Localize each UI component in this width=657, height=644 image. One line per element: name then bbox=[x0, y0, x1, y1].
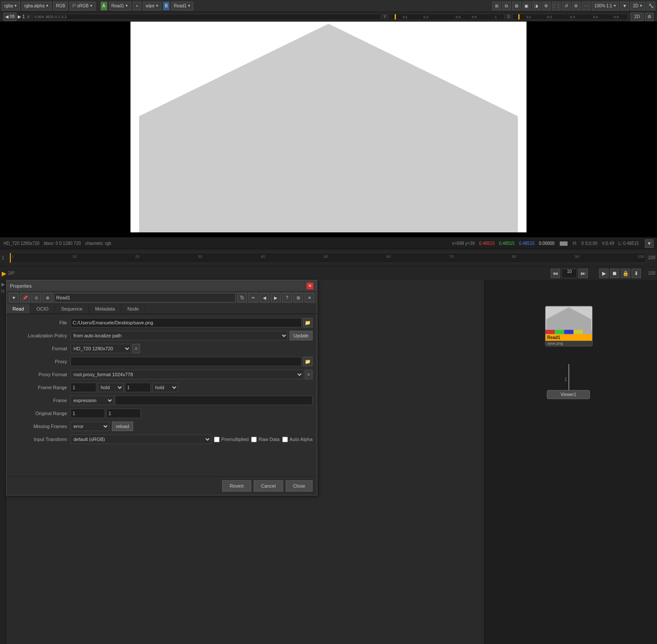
file-browse-btn[interactable]: 📁 bbox=[303, 318, 313, 327]
node-edit-btn[interactable]: ✏ bbox=[249, 293, 258, 302]
close-btn[interactable]: Close bbox=[286, 480, 313, 492]
format-select[interactable]: HD_720 1280x720 bbox=[70, 344, 131, 353]
node-help-btn[interactable]: ? bbox=[282, 293, 292, 302]
frame-range-start[interactable] bbox=[70, 383, 96, 392]
read-a-name-input[interactable]: Read1 ▼ bbox=[109, 2, 131, 10]
localization-select[interactable]: from auto-localize path bbox=[70, 331, 288, 340]
tools-icon[interactable]: ⚙ bbox=[542, 2, 551, 10]
x-ruler-section: x 0.004 3625 0.1 0.2 bbox=[27, 14, 381, 20]
zoom-display[interactable]: 100% 1:1 ▼ bbox=[592, 2, 619, 10]
premultiplied-checkbox[interactable] bbox=[214, 437, 220, 442]
proxy-format-select[interactable]: root.proxy_format 1024x778 bbox=[70, 370, 303, 379]
file-input[interactable] bbox=[70, 318, 302, 327]
node-close-btn[interactable]: ✕ bbox=[305, 293, 314, 302]
read-b-name-input[interactable]: Read1 ▼ bbox=[171, 2, 193, 10]
checker-icon[interactable]: ⊠ bbox=[512, 2, 521, 10]
play-btn[interactable]: ▶ bbox=[599, 269, 609, 278]
raw-data-checkbox[interactable] bbox=[251, 437, 257, 442]
auto-alpha-checkbox[interactable] bbox=[282, 437, 288, 442]
tab-sequence[interactable]: Sequence bbox=[55, 304, 89, 314]
close-properties-btn[interactable]: ✕ bbox=[306, 282, 313, 289]
viewer-area bbox=[0, 22, 657, 238]
svg-rect-5 bbox=[555, 330, 565, 334]
read-a-label: A bbox=[101, 2, 107, 10]
node-script-btn[interactable]: Tc bbox=[237, 293, 247, 302]
export-btn[interactable]: ⬇ bbox=[631, 269, 641, 278]
arrow-down-icon[interactable]: ▼ bbox=[620, 2, 629, 10]
wrench-icon[interactable]: 🔧 bbox=[647, 2, 655, 10]
side-arrow[interactable]: ▶ bbox=[0, 282, 6, 287]
format-equal-btn[interactable]: = bbox=[132, 344, 140, 353]
input-transform-label: Input Transform bbox=[11, 437, 67, 442]
tab-metadata[interactable]: Metadata bbox=[89, 304, 121, 314]
node-pin-btn[interactable]: 📌 bbox=[20, 293, 30, 302]
proxy-browse-btn[interactable]: 📁 bbox=[303, 357, 313, 366]
orig-start-input[interactable] bbox=[70, 409, 105, 418]
node-copy-btn[interactable]: ⊕ bbox=[43, 293, 52, 302]
playback-controls: ⏮ 10 ⏭ ▶ ⏹ 🔒 ⬇ 100 bbox=[551, 269, 655, 278]
settings-icon[interactable]: ⋮⋮ bbox=[552, 2, 561, 10]
f8-label[interactable]: ◀ f/8 bbox=[3, 13, 16, 21]
wipe-select[interactable]: wipe ▼ bbox=[143, 2, 162, 10]
status-bar: HD_720 1280x720 bbox: 0 0 1280 720 chann… bbox=[0, 238, 657, 249]
frame-label: Frame bbox=[11, 398, 67, 403]
frame-range-end[interactable] bbox=[125, 383, 151, 392]
node-clone-btn[interactable]: ⊞ bbox=[293, 293, 303, 302]
grid-icon[interactable]: ⊞ bbox=[492, 2, 501, 10]
proxy-input[interactable] bbox=[70, 357, 302, 366]
end-frame: 100 bbox=[648, 271, 655, 276]
stop-btn[interactable]: ⏹ bbox=[610, 269, 619, 278]
svg-rect-4 bbox=[545, 330, 555, 334]
next-frame-btn[interactable]: ⏭ bbox=[578, 269, 588, 278]
channel-alpha-select[interactable]: rgba.alpha ▼ bbox=[22, 2, 51, 10]
timeline-ruler[interactable]: 1 10 20 30 40 50 60 70 80 90 100 bbox=[10, 253, 646, 263]
node-dropdown-btn[interactable]: ▼ bbox=[9, 293, 19, 302]
missing-select[interactable]: error bbox=[70, 422, 109, 431]
frame-counter: 24* bbox=[8, 271, 15, 276]
cancel-btn[interactable]: Cancel bbox=[254, 480, 283, 492]
split-icon[interactable]: ⧉ bbox=[502, 2, 511, 10]
channel-rgb-select[interactable]: RGB bbox=[53, 2, 68, 10]
localization-label: Localization Policy bbox=[11, 333, 67, 338]
frame-number-input[interactable]: 10 bbox=[561, 269, 577, 278]
proxy-format-equal-btn[interactable]: = bbox=[305, 370, 313, 379]
input-transform-row: Input Transform default (sRGB) Premultip… bbox=[11, 434, 313, 444]
channels-label: channels: rgb bbox=[85, 241, 111, 246]
input-transform-select[interactable]: default (sRGB) bbox=[70, 435, 211, 444]
original-range-label: Original Range bbox=[11, 411, 67, 416]
more-icon[interactable]: ⋯ bbox=[582, 2, 590, 10]
format-label: Format bbox=[11, 346, 67, 351]
main-content: ▶ N Properties ✕ ▼ 📌 ⊙ ⊕ Tc ✏ ◀ ▶ ? bbox=[0, 280, 657, 644]
revert-btn[interactable]: Revert bbox=[222, 480, 251, 492]
node-left-btn[interactable]: ◀ bbox=[260, 293, 269, 302]
tab-node[interactable]: Node bbox=[121, 304, 145, 314]
hold1-select[interactable]: hold bbox=[98, 383, 124, 392]
viewer1-node-card[interactable]: Viewer1 bbox=[547, 390, 590, 399]
orig-end-input[interactable] bbox=[106, 409, 141, 418]
hold2-select[interactable]: hold bbox=[152, 383, 178, 392]
view-2d-btn[interactable]: 2D bbox=[631, 13, 644, 21]
reload-btn[interactable]: reload bbox=[112, 422, 133, 431]
tab-read[interactable]: Read bbox=[6, 304, 30, 314]
keyframe-icon: ▶ bbox=[2, 270, 6, 277]
frame-expression-input[interactable] bbox=[115, 396, 313, 405]
roi-icon[interactable]: ▣ bbox=[522, 2, 531, 10]
tab-ocio[interactable]: OCIO bbox=[30, 304, 55, 314]
lock-btn[interactable]: 🔒 bbox=[621, 269, 630, 278]
render-icon[interactable]: ⚙ bbox=[572, 2, 580, 10]
node-right-btn[interactable]: ▶ bbox=[271, 293, 281, 302]
node-name-input[interactable] bbox=[54, 293, 236, 302]
prev-frame-btn[interactable]: ⏮ bbox=[551, 269, 560, 278]
read1-node-card[interactable]: Read1 save.png bbox=[545, 306, 593, 346]
update-btn[interactable]: Update bbox=[290, 331, 313, 340]
clipping-icon[interactable]: ◑ bbox=[532, 2, 541, 10]
frame-select[interactable]: expression bbox=[70, 396, 114, 405]
channel-select-rgba[interactable]: rgba ▼ bbox=[2, 2, 20, 10]
expand-icon[interactable]: ▼ bbox=[645, 239, 654, 248]
node-view-btn[interactable]: ⊙ bbox=[32, 293, 41, 302]
view-mode-select[interactable]: 2D ▼ bbox=[630, 2, 645, 10]
view-settings-btn[interactable]: ⚙ bbox=[645, 13, 654, 21]
missing-frames-row: Missing Frames error reload bbox=[11, 421, 313, 431]
y-ruler-section: Y 0.1 0.2 0.4 0.5 1 bbox=[383, 14, 504, 20]
refresh-icon[interactable]: ↺ bbox=[562, 2, 571, 10]
